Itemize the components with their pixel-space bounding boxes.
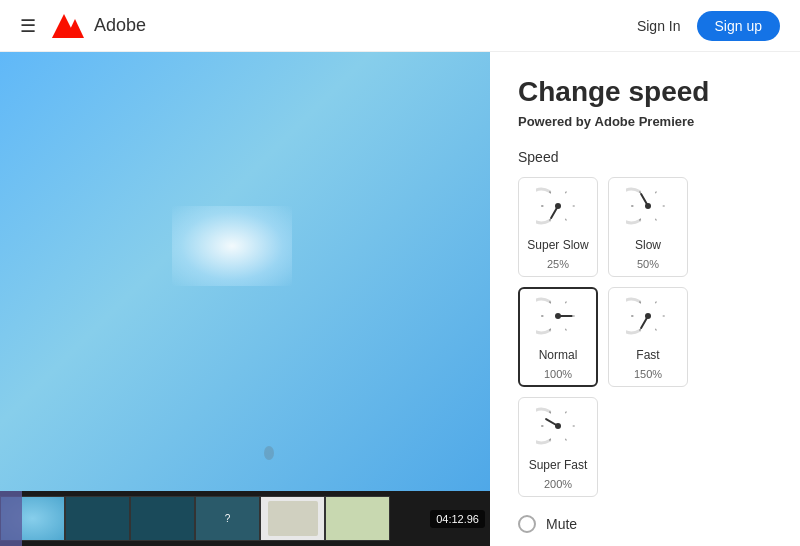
speed-card-percent: 150%: [634, 368, 662, 380]
speedo-icon-super-fast: [536, 404, 580, 452]
settings-panel: Change speed Powered by Adobe Premiere S…: [490, 52, 800, 546]
timeline-frame-2: [65, 496, 130, 541]
svg-point-14: [555, 203, 561, 209]
timeline-frame-5: [260, 496, 325, 541]
speed-card-name: Normal: [539, 348, 578, 362]
speed-card-percent: 50%: [637, 258, 659, 270]
svg-point-3: [264, 446, 274, 460]
hamburger-icon[interactable]: ☰: [20, 15, 36, 37]
speed-card-name: Super Fast: [529, 458, 588, 472]
mute-label: Mute: [546, 516, 577, 532]
app-header: ☰ Adobe Sign In Sign up: [0, 0, 800, 52]
speed-options-grid: Super Slow25% Slow50% Normal100%: [518, 177, 772, 497]
sign-in-button[interactable]: Sign In: [637, 18, 681, 34]
page-title: Change speed: [518, 76, 772, 108]
svg-line-9: [565, 219, 566, 221]
speed-card-percent: 200%: [544, 478, 572, 490]
speed-card-name: Slow: [635, 238, 661, 252]
timeline-frame-6: [325, 496, 390, 541]
speed-card-super-fast[interactable]: Super Fast200%: [518, 397, 598, 497]
speed-card-name: Super Slow: [527, 238, 588, 252]
svg-line-7: [565, 192, 566, 194]
video-preview: [0, 52, 490, 491]
speed-card-super-slow[interactable]: Super Slow25%: [518, 177, 598, 277]
speed-card-normal[interactable]: Normal100%: [518, 287, 598, 387]
svg-line-51: [565, 412, 566, 414]
svg-point-47: [645, 313, 651, 319]
svg-line-29: [565, 302, 566, 304]
speed-card-percent: 100%: [544, 368, 572, 380]
svg-line-53: [565, 439, 566, 441]
speed-card-name: Fast: [636, 348, 659, 362]
header-actions: Sign In Sign up: [637, 11, 780, 41]
svg-line-40: [655, 302, 656, 304]
svg-point-58: [555, 423, 561, 429]
timeline-frame-4: ?: [195, 496, 260, 541]
adobe-wordmark: Adobe: [94, 15, 146, 36]
timeline-timestamp: 04:12.96: [430, 510, 485, 528]
brand-name: Adobe Premiere: [595, 114, 695, 129]
svg-point-25: [645, 203, 651, 209]
video-panel: ? 04:12.96: [0, 52, 490, 546]
speed-card-percent: 25%: [547, 258, 569, 270]
svg-line-18: [655, 192, 656, 194]
powered-by-text: Powered by Adobe Premiere: [518, 114, 772, 129]
timeline-frames: ?: [0, 491, 430, 546]
speed-card-fast[interactable]: Fast150%: [608, 287, 688, 387]
svg-point-36: [555, 313, 561, 319]
adobe-logo-icon: [52, 14, 88, 38]
svg-line-42: [655, 329, 656, 331]
speed-card-slow[interactable]: Slow50%: [608, 177, 688, 277]
timeline-frame-3: [130, 496, 195, 541]
speedo-icon-slow: [626, 184, 670, 232]
bird-icon: [255, 443, 283, 461]
video-glow: [172, 206, 292, 286]
timeline-progress: [0, 491, 22, 546]
mute-row: Mute: [518, 515, 772, 533]
svg-line-20: [655, 219, 656, 221]
timeline-strip[interactable]: ? 04:12.96: [0, 491, 490, 546]
mute-toggle[interactable]: [518, 515, 536, 533]
speed-section-label: Speed: [518, 149, 772, 165]
speedo-icon-fast: [626, 294, 670, 342]
sign-up-button[interactable]: Sign up: [697, 11, 780, 41]
speedo-icon-normal: [536, 294, 580, 342]
adobe-logo: Adobe: [52, 14, 146, 38]
main-content: ? 04:12.96 Change speed Powered by Adobe…: [0, 52, 800, 546]
svg-line-31: [565, 329, 566, 331]
speedo-icon-super-slow: [536, 184, 580, 232]
